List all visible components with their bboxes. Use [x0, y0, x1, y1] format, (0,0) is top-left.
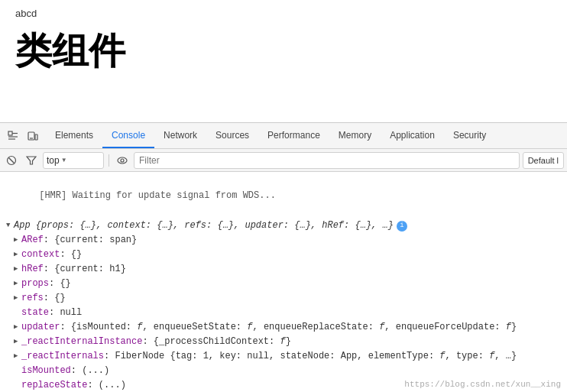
- info-icon: i: [397, 221, 407, 232]
- svg-marker-9: [27, 157, 36, 164]
- device-toolbar-icon[interactable]: [23, 126, 43, 146]
- href-triangle[interactable]: [14, 263, 21, 276]
- app-root-triangle[interactable]: [6, 219, 14, 232]
- state-line: state: null: [0, 306, 567, 320]
- app-root-line[interactable]: App {props: {…}, context: {…}, refs: {…}…: [0, 219, 567, 233]
- updater-triangle[interactable]: [14, 321, 21, 334]
- tab-elements[interactable]: Elements: [46, 123, 102, 148]
- filter-input-wrapper[interactable]: [134, 152, 520, 169]
- inspect-element-icon[interactable]: [3, 126, 23, 146]
- context-triangle[interactable]: [14, 248, 21, 261]
- svg-line-8: [9, 157, 15, 163]
- page-title: 类组件: [15, 27, 552, 76]
- props-line[interactable]: props: {}: [0, 277, 567, 291]
- page-content: abcd 类组件: [0, 0, 567, 122]
- is-mounted-line: isMounted: (...): [0, 364, 567, 378]
- tab-security[interactable]: Security: [444, 123, 495, 148]
- tab-network[interactable]: Network: [154, 123, 206, 148]
- devtools-toolbar: top ▼ Default l: [0, 149, 567, 172]
- tab-memory[interactable]: Memory: [329, 123, 381, 148]
- refs-triangle[interactable]: [14, 292, 21, 305]
- filter-input[interactable]: [139, 155, 514, 166]
- svg-point-11: [121, 159, 124, 162]
- toolbar-divider: [109, 154, 109, 167]
- refs-line[interactable]: refs: {}: [0, 291, 567, 306]
- page-abcd-text: abcd: [15, 8, 552, 19]
- tab-sources[interactable]: Sources: [206, 123, 258, 148]
- watermark: https://blog.csdn.net/xun__xing: [404, 380, 561, 389]
- context-selector[interactable]: top ▼: [43, 152, 104, 169]
- context-selector-arrow: ▼: [61, 157, 67, 164]
- context-line[interactable]: context: {}: [0, 248, 567, 262]
- clear-console-icon[interactable]: [3, 152, 20, 169]
- hmr-line: [HMR] Waiting for update signal from WDS…: [0, 173, 567, 219]
- tab-list: Elements Console Network Sources Perform…: [46, 123, 495, 148]
- default-levels-button[interactable]: Default l: [523, 152, 564, 169]
- react-internals-triangle[interactable]: [14, 350, 21, 363]
- react-internals-line[interactable]: _reactInternals: FiberNode {tag: 1, key:…: [0, 349, 567, 364]
- svg-point-10: [118, 157, 127, 164]
- svg-rect-0: [8, 131, 12, 135]
- svg-rect-5: [35, 134, 37, 140]
- tab-console[interactable]: Console: [102, 123, 154, 148]
- updater-line[interactable]: updater: {isMounted: f, enqueueSetState:…: [0, 320, 567, 335]
- react-internal-instance-line[interactable]: _reactInternalInstance: {_processChildCo…: [0, 335, 567, 349]
- href-line[interactable]: hRef: {current: h1}: [0, 262, 567, 277]
- tab-application[interactable]: Application: [381, 123, 444, 148]
- devtools-panel: Elements Console Network Sources Perform…: [0, 122, 567, 392]
- react-internal-instance-triangle[interactable]: [14, 335, 21, 348]
- console-output: [HMR] Waiting for update signal from WDS…: [0, 172, 567, 392]
- aref-line[interactable]: ARef: {current: span}: [0, 233, 567, 248]
- aref-triangle[interactable]: [14, 234, 21, 247]
- props-triangle[interactable]: [14, 277, 21, 290]
- tab-performance[interactable]: Performance: [258, 123, 329, 148]
- filter-icon[interactable]: [23, 152, 40, 169]
- eye-icon[interactable]: [114, 152, 131, 169]
- devtools-tabs-bar: Elements Console Network Sources Perform…: [0, 123, 567, 149]
